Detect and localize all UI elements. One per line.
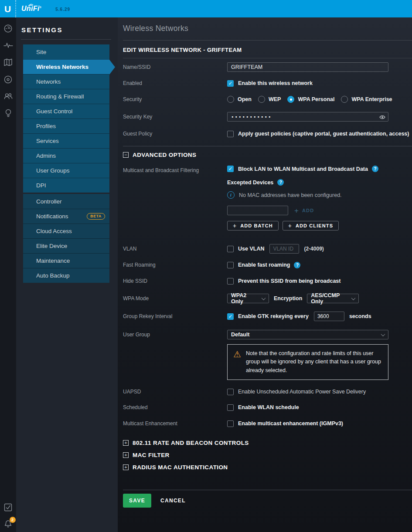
- radio-label: WPA Enterprise: [351, 96, 392, 102]
- sidebar-item-admins[interactable]: Admins: [23, 148, 109, 163]
- sidebar-item-label: Guest Control: [36, 108, 72, 115]
- settings-menu-group-2: ControllerNotificationsBETACloud AccessE…: [23, 194, 109, 283]
- security-key-input[interactable]: [227, 112, 388, 122]
- insights-bulb-icon[interactable]: [3, 108, 13, 118]
- uapsd-checkbox[interactable]: [227, 389, 234, 395]
- edit-network-heading: EDIT WIRELESS NETWORK - GRIFFTEAM: [123, 47, 412, 53]
- password-visibility-eye-icon[interactable]: [379, 114, 385, 122]
- expand-plus-icon[interactable]: +: [123, 440, 129, 446]
- events-checksquare-icon[interactable]: [3, 502, 13, 512]
- section-toggle-mac-filter[interactable]: +MAC FILTER: [123, 452, 412, 458]
- sidebar-item-guest-control[interactable]: Guest Control: [23, 104, 109, 119]
- uapsd-row: UAPSD Enable Unscheduled Automatic Power…: [123, 387, 412, 396]
- wpa-mode-label: WPA Mode: [123, 295, 227, 302]
- help-icon[interactable]: ?: [372, 166, 378, 172]
- user-group-select[interactable]: Default: [227, 330, 388, 339]
- wlan-schedule-checkbox[interactable]: [227, 404, 234, 411]
- vlan-row: VLAN Use VLAN (2-4009): [123, 244, 412, 254]
- sidebar-item-wireless-networks[interactable]: Wireless Networks: [23, 59, 109, 74]
- block-multicast-checkbox[interactable]: [227, 166, 234, 172]
- sidebar-item-maintenance[interactable]: Maintenance: [23, 253, 109, 268]
- expand-plus-icon[interactable]: +: [123, 452, 129, 458]
- beta-badge: BETA: [87, 213, 105, 220]
- name-ssid-input[interactable]: [227, 62, 388, 72]
- guest-policy-row: Guest Policy Apply guest policies (capti…: [123, 129, 412, 139]
- sidebar-item-cloud-access[interactable]: Cloud Access: [23, 224, 109, 238]
- sidebar-item-services[interactable]: Services: [23, 133, 109, 148]
- section-toggle-radius-mac-authentication[interactable]: +RADIUS MAC AUTHENTICATION: [123, 464, 412, 471]
- sidebar-item-profiles[interactable]: Profiles: [23, 119, 109, 133]
- security-radio-wpa-personal[interactable]: WPA Personal: [287, 96, 334, 103]
- radio-button-icon[interactable]: [287, 96, 294, 103]
- sidebar-item-networks[interactable]: Networks: [23, 74, 109, 89]
- multicast-filtering-label: Multicast and Broadcast Filtering: [123, 166, 227, 173]
- collapse-minus-icon[interactable]: −: [123, 152, 129, 158]
- security-row: Security OpenWEPWPA PersonalWPA Enterpri…: [123, 95, 412, 104]
- ubiquiti-logo[interactable]: U: [0, 0, 16, 17]
- cancel-button[interactable]: CANCEL: [160, 498, 186, 504]
- hide-ssid-checkbox[interactable]: [227, 278, 234, 285]
- multicast-enhancement-checkbox[interactable]: [227, 420, 234, 427]
- ubiquiti-u-icon: U: [4, 4, 11, 14]
- sidebar-item-label: Maintenance: [36, 258, 70, 264]
- settings-title: SETTINGS: [16, 17, 118, 34]
- rekey-interval-input[interactable]: [314, 312, 344, 321]
- sidebar-item-user-groups[interactable]: User Groups: [23, 163, 109, 178]
- vlan-id-input[interactable]: [269, 244, 299, 254]
- user-group-label: User Group: [123, 332, 227, 338]
- advanced-options-toggle[interactable]: − ADVANCED OPTIONS: [123, 152, 412, 158]
- devices-icon[interactable]: [3, 75, 13, 84]
- security-radio-wep[interactable]: WEP: [258, 96, 281, 103]
- fast-roaming-checkbox[interactable]: [227, 262, 234, 268]
- radio-button-icon[interactable]: [341, 96, 348, 103]
- statistics-pulse-icon[interactable]: [3, 41, 13, 50]
- dashboard-gauge-icon[interactable]: [3, 24, 13, 33]
- add-mac-button[interactable]: + ADD: [294, 207, 314, 214]
- collapsed-sections: +802.11 RATE AND BEACON CONTROLS+MAC FIL…: [123, 440, 412, 471]
- sidebar-item-label: Elite Device: [36, 243, 67, 249]
- alerts-bell-icon[interactable]: 2: [3, 519, 13, 529]
- security-radio-wpa-enterprise[interactable]: WPA Enterprise: [341, 96, 392, 103]
- sidebar-item-site[interactable]: Site: [23, 44, 109, 59]
- uapsd-label: UAPSD: [123, 389, 227, 395]
- sidebar-item-elite-device[interactable]: Elite Device: [23, 238, 109, 253]
- use-vlan-checkbox[interactable]: [227, 246, 234, 252]
- encryption-select[interactable]: AES/CCMP Only: [307, 294, 359, 303]
- sidebar-item-controller[interactable]: Controller: [23, 194, 109, 209]
- sidebar-item-routing-firewall[interactable]: Routing & Firewall: [23, 89, 109, 104]
- sidebar-item-auto-backup[interactable]: Auto Backup: [23, 268, 109, 283]
- guest-policy-label: Guest Policy: [123, 131, 227, 137]
- chevron-down-icon: [262, 296, 266, 300]
- sidebar-item-label: Networks: [36, 78, 61, 85]
- add-clients-button[interactable]: +ADD CLIENTS: [283, 221, 339, 230]
- sidebar-item-dpi[interactable]: DPI: [23, 178, 109, 193]
- sidebar-item-label: Wireless Networks: [36, 64, 89, 70]
- clients-icon[interactable]: [3, 91, 13, 101]
- guest-policy-checkbox[interactable]: [227, 131, 234, 137]
- help-icon[interactable]: ?: [294, 262, 300, 268]
- sidebar-item-notifications[interactable]: NotificationsBETA: [23, 209, 109, 224]
- excepted-devices-label-row: Excepted Devices ?: [227, 179, 412, 186]
- save-button[interactable]: SAVE: [123, 494, 151, 508]
- map-icon[interactable]: [3, 58, 13, 67]
- icon-rail: 2: [0, 17, 16, 532]
- help-icon[interactable]: ?: [277, 179, 284, 186]
- plus-icon: +: [294, 207, 299, 214]
- gtk-rekey-checkbox-label: Enable GTK rekeying every: [238, 313, 309, 319]
- mac-address-input[interactable]: [227, 206, 288, 215]
- radio-button-icon[interactable]: [227, 96, 234, 103]
- security-radio-open[interactable]: Open: [227, 96, 252, 103]
- security-key-row: Security Key: [123, 112, 412, 122]
- gtk-rekey-checkbox[interactable]: [227, 313, 234, 320]
- multicast-filtering-block: Block LAN to WLAN Multicast and Broadcas…: [227, 166, 412, 230]
- section-toggle-802-11-rate-and-beacon-controls[interactable]: +802.11 RATE AND BEACON CONTROLS: [123, 440, 412, 446]
- multicast-enhancement-checkbox-label: Enable multicast enhancement (IGMPv3): [238, 420, 343, 427]
- user-group-value: Default: [231, 332, 249, 338]
- wpa-mode-select[interactable]: WPA2 Only: [227, 294, 269, 303]
- radio-button-icon[interactable]: [258, 96, 265, 103]
- add-batch-button[interactable]: +ADD BATCH: [227, 221, 279, 230]
- enabled-checkbox[interactable]: [227, 80, 234, 87]
- expand-plus-icon[interactable]: +: [123, 464, 129, 470]
- add-clients-label: ADD CLIENTS: [296, 223, 333, 228]
- trademark: ®: [40, 6, 42, 9]
